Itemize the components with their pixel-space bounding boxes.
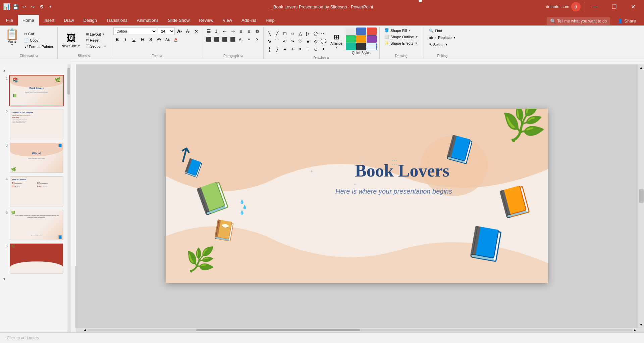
- shape-pentagon[interactable]: ⬠: [312, 30, 319, 37]
- undo-button[interactable]: ↩: [21, 3, 28, 10]
- shape-effects-button[interactable]: ✨ Shape Effects ▼: [382, 40, 420, 46]
- slide-thumb-1[interactable]: 1 Book Lovers Here is where your present…: [1, 75, 69, 107]
- shape-outline-dropdown[interactable]: ▼: [415, 35, 418, 39]
- shape-bang[interactable]: !: [304, 45, 312, 53]
- customize-qat-button[interactable]: ⚙: [38, 3, 45, 10]
- qs-item-2[interactable]: [356, 28, 366, 35]
- qs-item-5[interactable]: [356, 35, 366, 43]
- scroll-right-button[interactable]: ►: [633, 328, 637, 332]
- underline-button[interactable]: U: [130, 36, 138, 43]
- notes-bar[interactable]: Click to add notes: [0, 332, 644, 343]
- scroll-left-button[interactable]: ◄: [83, 328, 87, 332]
- slide-thumb-2[interactable]: 2 Contents of This Template Sample text …: [1, 108, 69, 140]
- scroll-up-button[interactable]: ▲: [638, 64, 644, 70]
- reset-button[interactable]: ↺ Reset: [84, 37, 109, 43]
- font-color-button[interactable]: A: [172, 36, 179, 43]
- para-expand-icon-btn[interactable]: ⧉: [253, 28, 261, 35]
- vertical-scrollbar[interactable]: ▲ ▼: [638, 64, 644, 328]
- arrange-button[interactable]: ⊞ Arrange ▼: [328, 32, 344, 51]
- shape-callout[interactable]: 💬: [320, 38, 327, 45]
- scroll-down-button[interactable]: ▼: [638, 322, 644, 328]
- slide-thumb-4[interactable]: 4 Table of Contents 01 Introduction 02 P…: [1, 175, 69, 207]
- convert-smartart-button[interactable]: ⟳: [253, 36, 261, 43]
- strikethrough-button[interactable]: S: [139, 36, 146, 43]
- shape-plus[interactable]: +: [289, 45, 296, 53]
- change-case-button[interactable]: Aa: [164, 36, 171, 43]
- shape-heart[interactable]: ♡: [297, 38, 304, 45]
- shape-fill-dropdown[interactable]: ▼: [408, 29, 411, 32]
- tab-design[interactable]: Design: [79, 15, 102, 26]
- replace-button[interactable]: ab→ Replace ▼: [427, 35, 458, 41]
- slides-expand-icon[interactable]: ⧉: [88, 54, 90, 58]
- slide-thumb-3[interactable]: 3 Whoa! some text here caption here 🌿 📘: [1, 142, 69, 174]
- qs-item-8[interactable]: [356, 43, 366, 50]
- slide-subtitle[interactable]: Here is where your presentation begins: [266, 188, 521, 195]
- shape-more[interactable]: ⋯: [320, 30, 327, 37]
- user-profile[interactable]: defantri .com d: [546, 2, 581, 11]
- share-button[interactable]: 👤 Share: [613, 16, 641, 26]
- qs-item-9[interactable]: [367, 43, 377, 50]
- qs-item-3[interactable]: [367, 28, 377, 35]
- shape-curve[interactable]: ∿: [266, 38, 273, 45]
- slide-canvas-area[interactable]: 📗 📘 ↗ 📔 📘 🌿 📙: [76, 64, 638, 328]
- font-expand-icon[interactable]: ⧉: [160, 54, 162, 58]
- hscroll-track[interactable]: [87, 329, 633, 331]
- shape-dropdown-arrow[interactable]: ▼: [320, 45, 327, 53]
- shape-arrow-curved[interactable]: ↶: [281, 38, 288, 45]
- shape-circle[interactable]: ○: [289, 30, 296, 37]
- shape-arc[interactable]: ⌒: [273, 38, 281, 45]
- paste-dropdown[interactable]: ▼: [11, 43, 14, 47]
- shape-rect[interactable]: □: [281, 30, 288, 37]
- slide-title[interactable]: Book Lovers: [283, 161, 521, 181]
- shape-fill-button[interactable]: 🪣 Shape Fill ▼: [382, 28, 420, 33]
- layout-button[interactable]: ⊞ Layout ▼: [84, 31, 109, 37]
- align-right-button[interactable]: ⬛: [221, 36, 228, 43]
- clear-format-button[interactable]: ✕: [193, 28, 200, 35]
- arrange-dropdown[interactable]: ▼: [335, 46, 338, 49]
- user-avatar[interactable]: d: [571, 2, 581, 11]
- tab-draw[interactable]: Draw: [59, 15, 78, 26]
- text-direction-button[interactable]: A↕: [237, 36, 245, 43]
- select-dropdown[interactable]: ▼: [445, 43, 448, 46]
- shape-brace[interactable]: }: [273, 45, 281, 53]
- replace-dropdown[interactable]: ▼: [453, 36, 456, 39]
- close-button[interactable]: ✕: [625, 0, 641, 13]
- redo-button[interactable]: ↪: [30, 3, 36, 10]
- tab-transitions[interactable]: Transitions: [102, 15, 132, 26]
- increase-font-size-button[interactable]: A+: [176, 28, 183, 35]
- tab-view[interactable]: View: [218, 15, 237, 26]
- tab-review[interactable]: Review: [194, 15, 218, 26]
- tab-file[interactable]: File: [1, 15, 18, 26]
- panel-scroll-down[interactable]: ▼: [1, 276, 7, 282]
- minimize-button[interactable]: —: [588, 0, 603, 13]
- tab-animations[interactable]: Animations: [132, 15, 163, 26]
- new-slide-button[interactable]: 🖼 New Slide ▼: [60, 32, 83, 49]
- font-family-select[interactable]: Calibri: [113, 28, 157, 35]
- align-center-button[interactable]: ⬛: [213, 36, 220, 43]
- panel-scrollbar-thumb[interactable]: [67, 68, 70, 95]
- bullets-button[interactable]: ☰: [205, 28, 212, 35]
- shape-line[interactable]: ╲: [266, 30, 273, 37]
- tab-addins[interactable]: Add-ins: [237, 15, 261, 26]
- copy-button[interactable]: 📄 Copy: [23, 38, 55, 43]
- qs-item-6[interactable]: [367, 35, 377, 43]
- shape-effects-dropdown[interactable]: ▼: [415, 42, 418, 45]
- select-button[interactable]: ↖ Select ▼: [427, 41, 458, 48]
- horizontal-scrollbar[interactable]: ◄ ►: [76, 328, 644, 332]
- decrease-indent-button[interactable]: ⇐: [221, 28, 228, 35]
- scroll-thumb[interactable]: [639, 189, 644, 203]
- font-size-select[interactable]: 24: [158, 28, 175, 35]
- tell-me-search[interactable]: 🔍 Tell me what you want to do: [547, 17, 610, 25]
- restore-button[interactable]: ❐: [606, 0, 622, 13]
- qat-dropdown[interactable]: ▼: [47, 3, 54, 10]
- slide-thumb-5[interactable]: 5 🌿 "This is a quote. Words full of wisd…: [1, 209, 69, 241]
- shape-arrow-curved2[interactable]: ↷: [289, 38, 296, 45]
- panel-scrollbar[interactable]: [67, 64, 70, 332]
- shape-equation[interactable]: =: [281, 45, 288, 53]
- cut-button[interactable]: ✂ Cut: [23, 31, 55, 37]
- increase-indent-button[interactable]: ⇒: [229, 28, 236, 35]
- shape-smiley[interactable]: ☺: [312, 45, 319, 53]
- tab-home[interactable]: Home: [18, 15, 39, 26]
- panel-scroll-up[interactable]: ▲: [1, 67, 7, 73]
- find-button[interactable]: 🔍 Find: [427, 28, 458, 34]
